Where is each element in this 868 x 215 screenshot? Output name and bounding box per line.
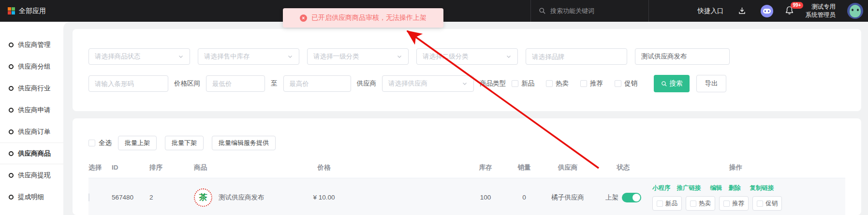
chevron-down-icon bbox=[287, 54, 293, 59]
error-toast: × 已开启供应商商品审核，无法操作上架 bbox=[283, 8, 443, 28]
page: 全部应用 搜索功能关键词 快捷入口 99+ 测试专用 系统管理员 × 已开启供应 bbox=[0, 0, 868, 215]
search-icon bbox=[661, 81, 667, 87]
checkbox-icon bbox=[88, 140, 95, 146]
select-all-checkbox[interactable]: 全选 bbox=[88, 139, 112, 147]
user-name: 测试专用 bbox=[806, 3, 836, 11]
toast-message: 已开启供应商商品审核，无法操作上架 bbox=[311, 14, 427, 22]
search-icon bbox=[539, 7, 546, 14]
chevron-down-icon bbox=[462, 81, 468, 86]
row-price: ¥ 10.00 bbox=[295, 194, 353, 201]
barcode-input[interactable] bbox=[88, 75, 168, 92]
tag-checkbox-new[interactable]: 新品 bbox=[652, 196, 682, 211]
header-sort: 排序 bbox=[149, 163, 194, 172]
checkbox-icon bbox=[580, 80, 587, 87]
sidebar-item-supplier-order[interactable]: 供应商订单 bbox=[0, 121, 63, 143]
assistant-robot-icon[interactable] bbox=[761, 5, 773, 17]
sidebar: 供应商管理 供应商分组 供应商行业 供应商申请 供应商订单 供应商商品 供应商提… bbox=[0, 22, 63, 215]
goods-name-input[interactable] bbox=[635, 48, 730, 65]
miniprogram-link[interactable]: 小程序 bbox=[652, 184, 671, 192]
brand-input[interactable] bbox=[526, 48, 627, 65]
supplier-label: 供应商 bbox=[357, 79, 377, 88]
header-id: ID bbox=[112, 164, 149, 171]
sidebar-item-yesterday-order-stats[interactable]: 昨日订单统计 bbox=[0, 208, 63, 215]
type-checkbox-promo[interactable]: 促销 bbox=[615, 79, 637, 88]
max-price-input[interactable] bbox=[283, 75, 351, 92]
avatar[interactable] bbox=[847, 3, 863, 19]
search-button[interactable]: 搜索 bbox=[654, 75, 690, 92]
copy-link[interactable]: 复制链接 bbox=[750, 184, 774, 192]
promo-link[interactable]: 推广链接 bbox=[677, 184, 701, 192]
row-checkbox[interactable] bbox=[88, 193, 89, 201]
all-apps-label: 全部应用 bbox=[19, 7, 46, 15]
main-area: 请选择商品状态 请选择售中库存 请选择一级分类 请选择二级分类 价格区间 至 供… bbox=[63, 22, 868, 215]
user-info[interactable]: 测试专用 系统管理员 bbox=[806, 3, 836, 19]
sidebar-item-supplier-goods[interactable]: 供应商商品 bbox=[0, 143, 63, 164]
checkbox-icon bbox=[546, 80, 553, 87]
sidebar-item-supplier-manage[interactable]: 供应商管理 bbox=[0, 34, 63, 56]
export-button[interactable]: 导出 bbox=[696, 75, 726, 92]
quick-entry-link[interactable]: 快捷入口 bbox=[698, 7, 724, 15]
circle-icon bbox=[9, 43, 14, 47]
download-icon[interactable] bbox=[736, 4, 749, 18]
header-sales: 销量 bbox=[507, 163, 541, 172]
batch-edit-service-button[interactable]: 批量编辑服务提供 bbox=[212, 136, 276, 150]
table-header: 选择 ID 排序 商品 价格 库存 销量 供应商 状态 操作 bbox=[88, 157, 845, 178]
category2-select[interactable]: 请选择二级分类 bbox=[416, 48, 518, 65]
row-supplier: 橘子供应商 bbox=[541, 193, 594, 202]
header-supplier: 供应商 bbox=[541, 163, 594, 172]
delete-link[interactable]: 删除 bbox=[729, 184, 741, 192]
price-range-label: 价格区间 bbox=[174, 79, 200, 88]
goods-logo: 茶 bbox=[194, 188, 212, 207]
global-search-placeholder: 搜索功能关键词 bbox=[550, 7, 594, 15]
tag-checkbox-recommend[interactable]: 推荐 bbox=[719, 196, 749, 211]
category1-select[interactable]: 请选择一级分类 bbox=[307, 48, 409, 65]
user-role: 系统管理员 bbox=[806, 11, 836, 19]
row-stock: 100 bbox=[464, 194, 507, 201]
header-price: 价格 bbox=[295, 163, 353, 172]
checkbox-icon bbox=[657, 201, 663, 207]
notifications-button[interactable]: 99+ bbox=[785, 6, 794, 16]
all-apps-menu[interactable]: 全部应用 bbox=[8, 0, 46, 22]
header-goods: 商品 bbox=[194, 163, 295, 172]
sidebar-item-supplier-group[interactable]: 供应商分组 bbox=[0, 56, 63, 77]
status-label: 上架 bbox=[605, 193, 618, 202]
tag-checkbox-hot[interactable]: 热卖 bbox=[686, 196, 715, 211]
goods-status-select[interactable]: 请选择商品状态 bbox=[88, 48, 190, 65]
batch-onshelf-button[interactable]: 批量上架 bbox=[118, 136, 157, 150]
row-sales: 0 bbox=[507, 194, 541, 201]
sidebar-item-commission-detail[interactable]: 提成明细 bbox=[0, 186, 63, 208]
type-checkbox-new[interactable]: 新品 bbox=[512, 79, 534, 88]
type-checkbox-recommend[interactable]: 推荐 bbox=[580, 79, 603, 88]
min-price-input[interactable] bbox=[206, 75, 265, 92]
header-stock: 库存 bbox=[464, 163, 507, 172]
goods-name: 测试供应商发布 bbox=[219, 193, 265, 202]
selling-stock-select[interactable]: 请选择售中库存 bbox=[198, 48, 299, 65]
edit-link[interactable]: 编辑 bbox=[710, 184, 722, 192]
tag-checkbox-promo[interactable]: 促销 bbox=[752, 196, 782, 211]
sidebar-item-supplier-industry[interactable]: 供应商行业 bbox=[0, 77, 63, 99]
circle-icon bbox=[9, 151, 14, 156]
onshelf-toggle[interactable] bbox=[622, 193, 641, 202]
goods-table-panel: 全选 批量上架 批量下架 批量编辑服务提供 选择 ID 排序 商品 价格 库存 … bbox=[73, 118, 861, 215]
to-label: 至 bbox=[271, 79, 278, 88]
sidebar-item-supplier-apply[interactable]: 供应商申请 bbox=[0, 99, 63, 121]
circle-icon bbox=[9, 108, 14, 113]
checkbox-icon bbox=[512, 80, 518, 87]
global-search-input[interactable]: 搜索功能关键词 bbox=[530, 0, 649, 22]
circle-icon bbox=[9, 129, 14, 134]
checkbox-icon bbox=[690, 201, 696, 207]
table-row: 567480 2 茶 测试供应商发布 ¥ 10.00 100 0 橘子供应商 bbox=[88, 178, 845, 215]
filter-panel: 请选择商品状态 请选择售中库存 请选择一级分类 请选择二级分类 价格区间 至 供… bbox=[73, 29, 861, 111]
sidebar-item-supplier-withdraw[interactable]: 供应商提现 bbox=[0, 164, 63, 186]
row-sort: 2 bbox=[149, 194, 194, 201]
header-operations: 操作 bbox=[652, 163, 819, 172]
goods-type-label: 商品类型 bbox=[480, 79, 506, 88]
supplier-select[interactable]: 请选择供应商 bbox=[382, 75, 474, 92]
circle-icon bbox=[9, 64, 14, 69]
checkbox-icon bbox=[615, 80, 621, 87]
circle-icon bbox=[9, 86, 14, 91]
chevron-down-icon bbox=[178, 54, 184, 59]
type-checkbox-hot[interactable]: 热卖 bbox=[546, 79, 569, 88]
header-status: 状态 bbox=[594, 163, 652, 172]
batch-offshelf-button[interactable]: 批量下架 bbox=[165, 136, 204, 150]
